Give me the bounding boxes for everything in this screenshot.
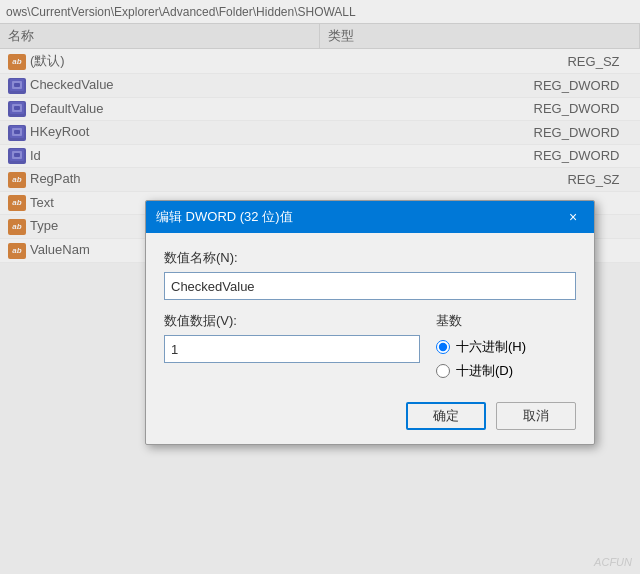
- dialog-title: 编辑 DWORD (32 位)值: [156, 208, 293, 226]
- data-field-label: 数值数据(V):: [164, 312, 420, 330]
- edit-dword-dialog: 编辑 DWORD (32 位)值 × 数值名称(N): 数值数据(V): 基数 …: [145, 200, 595, 445]
- radio-hex-input[interactable]: [436, 340, 450, 354]
- dialog-body: 数值名称(N): 数值数据(V): 基数 十六进制(H): [146, 233, 594, 394]
- dialog-data-row: 数值数据(V): 基数 十六进制(H) 十进制(D): [164, 312, 576, 380]
- dialog-footer: 确定 取消: [146, 394, 594, 444]
- radio-dec[interactable]: 十进制(D): [436, 362, 576, 380]
- radix-label: 基数: [436, 312, 576, 330]
- ok-button[interactable]: 确定: [406, 402, 486, 430]
- data-field-section: 数值数据(V):: [164, 312, 420, 380]
- radio-dec-input[interactable]: [436, 364, 450, 378]
- name-field-label: 数值名称(N):: [164, 249, 576, 267]
- dialog-titlebar: 编辑 DWORD (32 位)值 ×: [146, 201, 594, 233]
- registry-background: ows\CurrentVersion\Explorer\Advanced\Fol…: [0, 0, 640, 574]
- radio-dec-label: 十进制(D): [456, 362, 513, 380]
- name-field-input[interactable]: [164, 272, 576, 300]
- dialog-close-button[interactable]: ×: [562, 206, 584, 228]
- cancel-button[interactable]: 取消: [496, 402, 576, 430]
- radix-radio-group: 十六进制(H) 十进制(D): [436, 338, 576, 380]
- radio-hex-label: 十六进制(H): [456, 338, 526, 356]
- data-field-input[interactable]: [164, 335, 420, 363]
- radix-section: 基数 十六进制(H) 十进制(D): [436, 312, 576, 380]
- radio-hex[interactable]: 十六进制(H): [436, 338, 576, 356]
